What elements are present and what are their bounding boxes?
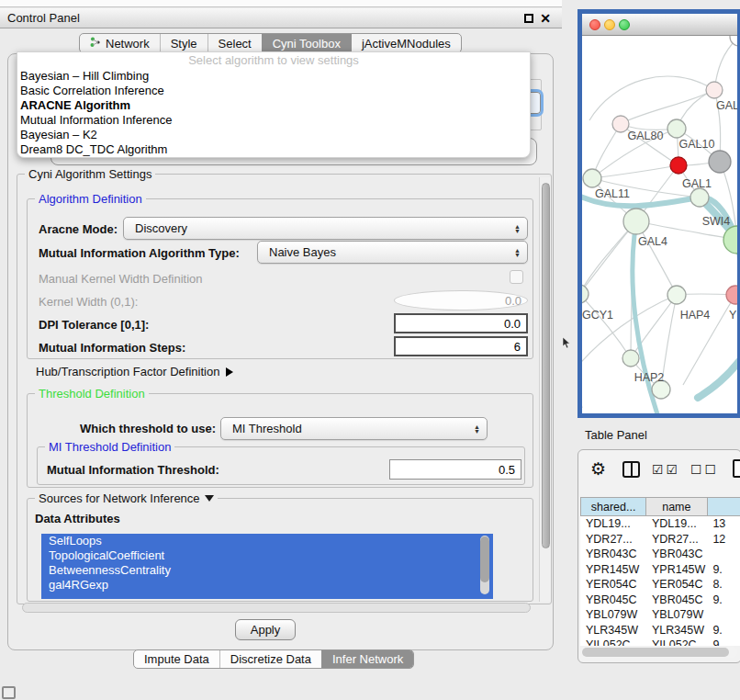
mi-steps-value: 6	[514, 340, 521, 354]
column-header[interactable]: name	[646, 497, 707, 516]
settings-hscrollbar-thumb[interactable]	[22, 603, 531, 613]
table-row[interactable]: YBL079WYBL079W	[580, 607, 740, 623]
aracne-mode-label: Aracne Mode:	[39, 222, 118, 236]
table-row[interactable]: YLR345WYLR345W9.	[580, 623, 740, 638]
table-row[interactable]: YIL052CYIL052C9	[580, 638, 740, 646]
apply-button[interactable]: Apply	[235, 619, 296, 640]
algorithm-select-dropdown[interactable]: Select algorithm to view settings Bayesi…	[17, 51, 531, 158]
table-cell: YDR27...	[580, 532, 646, 548]
tab-style[interactable]: Style	[160, 34, 207, 52]
tab-label: Style	[171, 37, 197, 51]
close-icon[interactable]: ✕	[540, 14, 551, 23]
aracne-mode-combo[interactable]: Discovery ▲▼	[123, 217, 528, 240]
tab-label: Network	[106, 37, 150, 51]
network-edge	[582, 221, 636, 294]
table-cell: 8.	[707, 577, 740, 593]
float-window-icon[interactable]	[524, 14, 533, 23]
network-canvas[interactable]: GALGAL80GAL10GAL1SWI4GAL11GAL4GCY1HAP4YH…	[582, 36, 737, 413]
select-all-checkboxes-icon[interactable]: ☑☑	[652, 462, 680, 477]
table-hscrollbar-thumb[interactable]	[582, 648, 729, 657]
gear-icon[interactable]: ⚙	[590, 458, 606, 480]
mi-threshold-field[interactable]: 0.5	[389, 459, 521, 480]
mi-steps-field[interactable]: 6	[394, 336, 528, 356]
table-cell	[707, 547, 740, 562]
attribute-item[interactable]: gal4RGexp	[41, 578, 493, 593]
expander-expanded-icon	[205, 495, 214, 502]
attribute-item[interactable]: BetweennessCentrality	[41, 563, 493, 578]
which-threshold-combo[interactable]: MI Threshold ▲▼	[220, 417, 488, 440]
close-traffic-light[interactable]	[589, 19, 600, 30]
tab-discretize-data[interactable]: Discretize Data	[219, 650, 321, 668]
attribute-item[interactable]: TopologicalCoefficient	[41, 548, 493, 563]
algorithm-option[interactable]: ARACNE Algorithm	[17, 98, 530, 113]
network-window-titlebar[interactable]	[582, 14, 737, 36]
table-cell	[707, 607, 740, 623]
tab-select[interactable]: Select	[207, 34, 262, 52]
tab-infer-network[interactable]: Infer Network	[321, 650, 413, 668]
network-node-GAL80[interactable]	[612, 116, 629, 132]
network-node-HAP2[interactable]	[622, 350, 639, 367]
algorithm-option[interactable]: Mutual Information Inference	[17, 113, 530, 128]
mi-type-value: Naive Bayes	[269, 245, 336, 259]
tab-jactivemnodules[interactable]: jActiveMNodules	[351, 34, 461, 52]
network-node-gray-node[interactable]	[709, 151, 731, 173]
settings-hscrollbar-track	[21, 603, 533, 614]
tab-label: Select	[219, 37, 252, 51]
algorithm-option[interactable]: Bayesian – Hill Climbing	[17, 69, 530, 84]
network-node-HAP4[interactable]	[667, 286, 686, 304]
algorithm-option[interactable]: Bayesian – K2	[17, 128, 530, 142]
manual-kernel-checkbox[interactable]	[510, 270, 523, 284]
kernel-width-field[interactable]: 0.0	[394, 290, 528, 310]
network-node-SWI4[interactable]	[690, 188, 709, 207]
deselect-all-checkboxes-icon[interactable]: ☐☐	[690, 462, 719, 477]
table-cell: YDL19...	[646, 516, 707, 532]
page-icon[interactable]	[733, 459, 740, 478]
table-cell: YIL052C	[646, 638, 707, 646]
network-node-GAL1[interactable]	[670, 157, 687, 174]
attributes-scrollbar-thumb[interactable]	[480, 536, 489, 582]
dpi-tolerance-value: 0.0	[504, 317, 521, 331]
tab-network[interactable]: Network	[80, 34, 160, 52]
minimize-traffic-light[interactable]	[604, 19, 615, 30]
table-row[interactable]: YER054CYER054C8.	[580, 577, 740, 593]
network-edge	[621, 90, 714, 124]
algorithm-definition-title: Algorithm Definition	[35, 192, 146, 206]
hub-factor-expander[interactable]: Hub/Transcription Factor Definition	[36, 365, 233, 378]
network-node-GAL4[interactable]	[623, 209, 649, 234]
table-cell: YBR045C	[580, 593, 646, 608]
table-hscrollbar-track	[581, 647, 737, 658]
network-node-GAL11[interactable]	[583, 169, 601, 187]
table-row[interactable]: YDR27...YDR27...12	[580, 532, 740, 548]
split-columns-icon[interactable]	[622, 461, 640, 478]
table-row[interactable]: YPR145WYPR145W9.	[580, 562, 740, 578]
settings-group-title: Cyni Algorithm Settings	[25, 167, 155, 181]
attribute-item[interactable]: SelfLoops	[41, 534, 493, 548]
tab-cyni-toolbox[interactable]: Cyni Toolbox	[262, 34, 351, 52]
algorithm-option[interactable]: Dream8 DC_TDC Algorithm	[17, 142, 530, 157]
network-node-GCY1[interactable]	[582, 285, 589, 303]
node-label: GAL11	[595, 187, 630, 200]
column-header[interactable]: shared...	[580, 497, 646, 516]
network-node-salmon-node[interactable]	[726, 286, 737, 304]
mi-algorithm-type-combo[interactable]: Naive Bayes ▲▼	[257, 241, 528, 264]
mouse-cursor	[562, 337, 572, 349]
table-cell: 9	[707, 638, 740, 646]
threshold-definition-group: Threshold Definition Which threshold to …	[27, 393, 533, 488]
network-node-GAL10[interactable]	[667, 119, 686, 138]
zoom-traffic-light[interactable]	[619, 19, 630, 30]
tab-label: jActiveMNodules	[362, 37, 451, 51]
network-edge	[592, 165, 678, 178]
table-body: YDL19...YDL19...13YDR27...YDR27...12YBR0…	[580, 516, 740, 646]
combo-arrows-icon: ▲▼	[514, 224, 521, 233]
table-row[interactable]: YBR043CYBR043C	[580, 547, 740, 562]
mi-steps-label: Mutual Information Steps:	[39, 341, 185, 355]
table-row[interactable]: YDL19...YDL19...13	[580, 516, 740, 532]
algorithm-option[interactable]: Basic Correlation Inference	[17, 84, 530, 98]
table-row[interactable]: YBR045CYBR045C9.	[580, 593, 740, 608]
panel-grip-icon[interactable]	[2, 686, 16, 699]
dpi-tolerance-field[interactable]: 0.0	[394, 313, 528, 333]
settings-scrollbar-thumb[interactable]	[542, 183, 550, 548]
tab-impute-data[interactable]: Impute Data	[134, 650, 219, 668]
column-header[interactable]	[708, 497, 740, 516]
network-node-gal-partial[interactable]	[706, 82, 723, 98]
